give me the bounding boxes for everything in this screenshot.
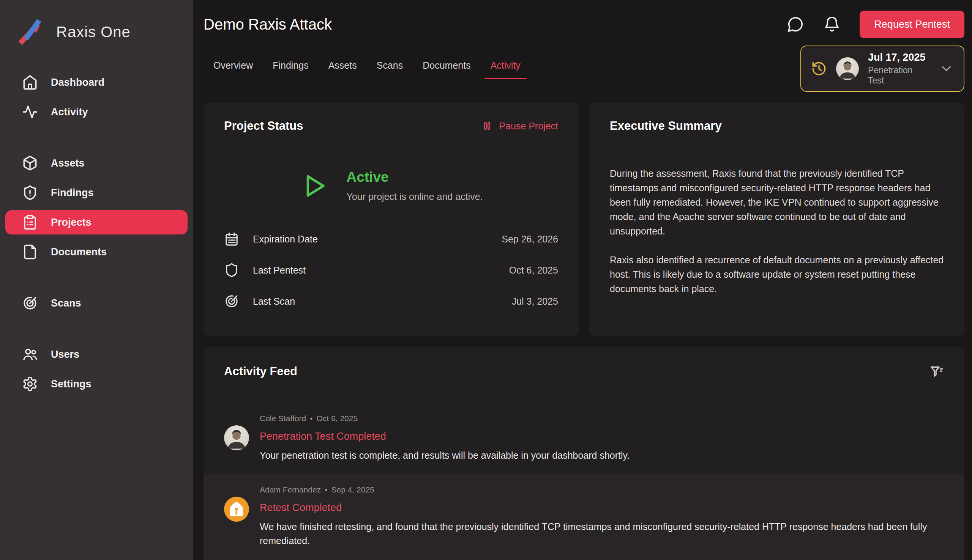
project-status-title: Project Status bbox=[224, 119, 303, 133]
sidebar-item-documents[interactable]: Documents bbox=[5, 240, 187, 264]
cube-icon bbox=[22, 155, 38, 171]
sidebar-item-label: Scans bbox=[51, 297, 81, 309]
feed-entry-content: Adam Fernandez • Sep 4, 2025 Retest Comp… bbox=[260, 485, 944, 560]
tab-bar: Overview Findings Assets Scans Documents… bbox=[204, 55, 530, 79]
tab-assets[interactable]: Assets bbox=[319, 55, 367, 79]
sidebar-item-assets[interactable]: Assets bbox=[5, 151, 187, 175]
sidebar-item-dashboard[interactable]: Dashboard bbox=[5, 70, 187, 95]
info-value: Oct 6, 2025 bbox=[509, 265, 558, 276]
history-icon bbox=[811, 61, 827, 77]
bell-icon bbox=[823, 28, 841, 34]
sidebar-nav: Dashboard Activity Assets Findings Proje… bbox=[0, 68, 193, 399]
feed-entry-meta: Cole Stafford • Oct 6, 2025 bbox=[260, 414, 944, 423]
entry-author: Cole Stafford bbox=[260, 414, 306, 423]
sidebar-item-projects[interactable]: Projects bbox=[5, 210, 187, 235]
tab-activity[interactable]: Activity bbox=[481, 55, 530, 79]
chevron-down-icon bbox=[939, 61, 954, 76]
sidebar-item-label: Documents bbox=[51, 246, 107, 258]
info-row-last-scan: Last Scan Jul 3, 2025 bbox=[224, 286, 558, 317]
summary-paragraph: During the assessment, Raxis found that … bbox=[610, 166, 944, 238]
users-icon bbox=[22, 347, 38, 362]
executive-summary-title: Executive Summary bbox=[610, 119, 722, 133]
main-content: Demo Raxis Attack Request Pentest Overvi… bbox=[193, 0, 972, 560]
info-value: Jul 3, 2025 bbox=[512, 296, 558, 307]
activity-pulse-icon bbox=[22, 104, 38, 120]
info-value: Sep 26, 2026 bbox=[501, 234, 558, 245]
info-label: Last Pentest bbox=[253, 265, 306, 276]
feed-entry: Cole Stafford • Oct 6, 2025 Penetration … bbox=[204, 403, 964, 474]
tab-documents[interactable]: Documents bbox=[413, 55, 480, 79]
pause-project-label: Pause Project bbox=[499, 121, 558, 132]
entry-author: Adam Fernandez bbox=[260, 485, 321, 494]
sidebar-item-label: Activity bbox=[51, 106, 88, 118]
request-pentest-button[interactable]: Request Pentest bbox=[860, 11, 964, 38]
sidebar-item-activity[interactable]: Activity bbox=[5, 100, 187, 124]
info-label: Expiration Date bbox=[253, 234, 318, 245]
chat-button[interactable] bbox=[787, 15, 804, 33]
home-icon bbox=[22, 74, 38, 90]
executive-summary-card: Executive Summary During the assessment,… bbox=[589, 102, 964, 336]
meta-separator: • bbox=[310, 414, 312, 423]
feed-entry-body: Your penetration test is complete, and r… bbox=[260, 448, 944, 462]
chat-icon bbox=[787, 28, 804, 34]
tab-findings[interactable]: Findings bbox=[263, 55, 319, 79]
play-icon bbox=[299, 170, 329, 202]
info-label: Last Scan bbox=[253, 296, 295, 307]
page-header: Demo Raxis Attack Request Pentest bbox=[204, 11, 964, 38]
shield-icon bbox=[224, 263, 239, 278]
feed-entry-title: Penetration Test Completed bbox=[260, 431, 944, 442]
feed-entry-content: Cole Stafford • Oct 6, 2025 Penetration … bbox=[260, 414, 944, 462]
sidebar-item-scans[interactable]: Scans bbox=[5, 291, 187, 315]
raxis-logo-icon bbox=[15, 17, 45, 47]
sidebar-item-label: Users bbox=[51, 349, 79, 360]
sidebar-item-findings[interactable]: Findings bbox=[5, 181, 187, 205]
feed-entry: Adam Fernandez • Sep 4, 2025 Retest Comp… bbox=[204, 474, 964, 560]
feed-entry-title: Retest Completed bbox=[260, 502, 944, 514]
status-block: Active Your project is online and active… bbox=[224, 169, 558, 202]
executive-summary-body: During the assessment, Raxis found that … bbox=[610, 166, 944, 296]
avatar bbox=[836, 57, 859, 80]
avatar bbox=[224, 425, 249, 450]
entry-date: Oct 6, 2025 bbox=[317, 414, 358, 423]
report-selector[interactable]: Jul 17, 2025 Penetration Test bbox=[800, 45, 964, 92]
header-actions: Request Pentest bbox=[787, 11, 964, 38]
tab-overview[interactable]: Overview bbox=[204, 55, 263, 79]
page-title: Demo Raxis Attack bbox=[204, 16, 332, 33]
feed-entry-meta: Adam Fernandez • Sep 4, 2025 bbox=[260, 485, 944, 494]
sidebar: Raxis One Dashboard Activity Assets Find… bbox=[0, 0, 193, 560]
report-type: Penetration Test bbox=[868, 65, 930, 86]
report-selector-text: Jul 17, 2025 Penetration Test bbox=[868, 52, 930, 86]
sidebar-item-users[interactable]: Users bbox=[5, 342, 187, 367]
sidebar-item-label: Dashboard bbox=[51, 77, 104, 88]
project-info-rows: Expiration Date Sep 26, 2026 Last Pentes… bbox=[224, 223, 558, 317]
info-row-last-pentest: Last Pentest Oct 6, 2025 bbox=[224, 255, 558, 286]
info-row-expiration: Expiration Date Sep 26, 2026 bbox=[224, 223, 558, 255]
pause-project-button[interactable]: Pause Project bbox=[481, 120, 558, 132]
executive-summary-header: Executive Summary bbox=[610, 119, 944, 133]
gear-icon bbox=[22, 376, 38, 392]
pause-icon bbox=[481, 120, 493, 132]
app-name: Raxis One bbox=[56, 23, 130, 41]
feed-entry-body: We have finished retesting, and found th… bbox=[260, 520, 944, 548]
status-label: Active bbox=[346, 169, 483, 185]
sidebar-item-label: Projects bbox=[51, 217, 92, 228]
sidebar-item-label: Assets bbox=[51, 157, 85, 169]
activity-feed-card: Activity Feed Cole Stafford • Oct 6, 202… bbox=[204, 347, 964, 560]
summary-paragraph: Raxis also identified a recurrence of de… bbox=[610, 253, 944, 296]
status-text: Active Your project is online and active… bbox=[346, 169, 483, 202]
calendar-icon bbox=[224, 232, 239, 247]
tab-scans[interactable]: Scans bbox=[367, 55, 413, 79]
cards-row: Project Status Pause Project Active Your… bbox=[204, 102, 964, 336]
file-icon bbox=[22, 244, 38, 260]
feed-entries: Cole Stafford • Oct 6, 2025 Penetration … bbox=[204, 403, 964, 560]
activity-feed-header: Activity Feed bbox=[204, 364, 964, 379]
sidebar-item-settings[interactable]: Settings bbox=[5, 372, 187, 396]
feed-filter-button[interactable] bbox=[929, 364, 944, 379]
notifications-button[interactable] bbox=[823, 15, 841, 33]
project-status-header: Project Status Pause Project bbox=[224, 119, 558, 133]
shield-alert-icon bbox=[22, 185, 38, 201]
status-description: Your project is online and active. bbox=[346, 191, 483, 202]
filter-icon bbox=[929, 375, 944, 380]
entry-date: Sep 4, 2025 bbox=[331, 485, 374, 494]
target-icon bbox=[224, 294, 239, 309]
